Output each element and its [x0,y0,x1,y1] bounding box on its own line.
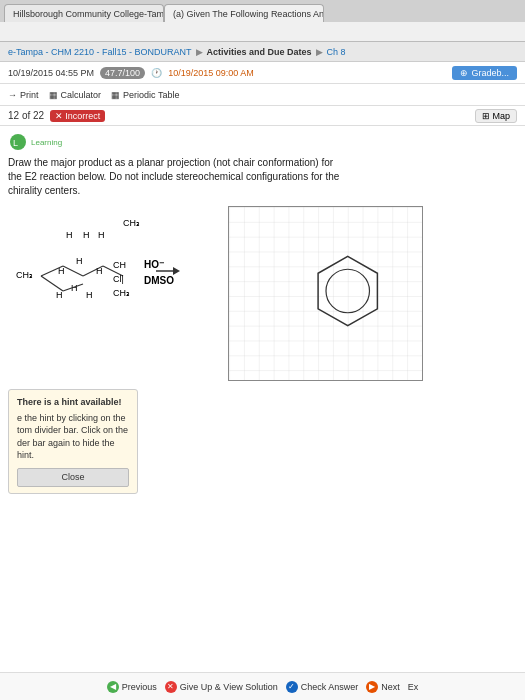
breadcrumb-sep-2: ▶ [316,47,323,57]
svg-line-20 [41,276,63,291]
previous-icon: ◀ [107,681,119,693]
status-left: 12 of 22 ✕ Incorrect [8,110,105,122]
svg-text:CH: CH [113,260,126,270]
svg-text:CH₃: CH₃ [123,218,140,228]
grid-svg [229,207,422,380]
learning-logo: L Learning [8,132,517,152]
svg-text:H: H [66,230,73,240]
info-bar: 10/19/2015 04:55 PM 47.7/100 🕐 10/19/201… [0,62,525,84]
hint-close-button[interactable]: Close [17,468,129,487]
due-date: 10/19/2015 09:00 AM [168,68,254,78]
main-content: L Learning Draw the major product as a p… [0,126,525,500]
breadcrumb-activities[interactable]: Activities and Due Dates [207,47,312,57]
plus-icon: ⊕ [460,68,468,78]
gradebook-button[interactable]: ⊕ Gradeb... [452,66,517,80]
next-button[interactable]: ▶ Next [366,681,400,693]
grid-answer-area[interactable] [228,206,423,381]
check-answer-button[interactable]: ✓ Check Answer [286,681,359,693]
svg-text:H: H [56,290,63,300]
calculator-icon: ▦ [49,90,58,100]
question-text: Draw the major product as a planar proje… [8,156,348,198]
clock-icon: 🕐 [151,68,162,78]
svg-text:H: H [76,256,83,266]
breadcrumb-ch8[interactable]: Ch 8 [327,47,346,57]
molecule-area: CH₃ H H H CH₃ H [8,206,218,338]
map-icon: ⊞ [482,111,490,121]
action-bar: ◀ Previous ✕ Give Up & View Solution ✓ C… [0,672,525,700]
incorrect-badge: ✕ Incorrect [50,110,105,122]
page: e-Tampa - CHM 2210 - Fall15 - BONDURANT … [0,42,525,700]
molecule-structure: CH₃ H H H CH₃ H [8,206,218,336]
toolbar: → Print ▦ Calculator ▦ Periodic Table [0,84,525,106]
svg-text:H: H [98,230,105,240]
calculator-button[interactable]: ▦ Calculator [49,90,102,100]
svg-text:H: H [86,290,93,300]
svg-text:CH₃: CH₃ [113,288,130,298]
periodic-table-button[interactable]: ▦ Periodic Table [111,90,179,100]
svg-rect-26 [229,207,422,380]
hint-box: There is a hint available! e the hint by… [8,389,138,494]
submitted-date: 10/19/2015 04:55 PM [8,68,94,78]
print-icon: → [8,90,17,100]
svg-text:H: H [83,230,90,240]
svg-text:H: H [96,266,103,276]
learning-label: Learning [31,138,62,147]
svg-text:Cl|: Cl| [113,274,124,284]
browser-address-bar [0,22,525,42]
periodic-table-icon: ▦ [111,90,120,100]
check-answer-icon: ✓ [286,681,298,693]
browser-tab-2[interactable]: (a) Given The Following Reactions And Th… [164,4,324,22]
previous-button[interactable]: ◀ Previous [107,681,157,693]
svg-line-8 [63,266,83,276]
breadcrumb: e-Tampa - CHM 2210 - Fall15 - BONDURANT … [0,42,525,62]
breadcrumb-home[interactable]: e-Tampa - CHM 2210 - Fall15 - BONDURANT [8,47,192,57]
hint-body: e the hint by clicking on the tom divide… [17,412,129,462]
svg-text:H: H [58,266,65,276]
svg-marker-23 [173,267,180,275]
breadcrumb-sep-1: ▶ [196,47,203,57]
map-button[interactable]: ⊞ Map [475,109,517,123]
incorrect-icon: ✕ [55,111,63,121]
page-wrapper: e-Tampa - CHM 2210 - Fall15 - BONDURANT … [0,42,525,700]
svg-text:CH₃: CH₃ [16,270,33,280]
print-button[interactable]: → Print [8,90,39,100]
page-info: 12 of 22 [8,110,44,121]
info-bar-left: 10/19/2015 04:55 PM 47.7/100 🕐 10/19/201… [8,67,254,79]
hint-title: There is a hint available! [17,396,129,409]
learning-icon: L [8,132,28,152]
give-up-button[interactable]: ✕ Give Up & View Solution [165,681,278,693]
score-badge: 47.7/100 [100,67,145,79]
status-bar: 12 of 22 ✕ Incorrect ⊞ Map [0,106,525,126]
browser-tab-bar: Hillsborough Community College-Tampa - C… [0,0,525,22]
browser-tab-1[interactable]: Hillsborough Community College-Tampa - C… [4,4,164,22]
svg-text:HO⁻: HO⁻ [144,259,165,270]
drawing-row: CH₃ H H H CH₃ H [8,206,517,381]
give-up-icon: ✕ [165,681,177,693]
svg-text:DMSO: DMSO [144,275,174,286]
svg-text:L: L [13,138,18,148]
expand-button[interactable]: Ex [408,682,419,692]
next-icon: ▶ [366,681,378,693]
